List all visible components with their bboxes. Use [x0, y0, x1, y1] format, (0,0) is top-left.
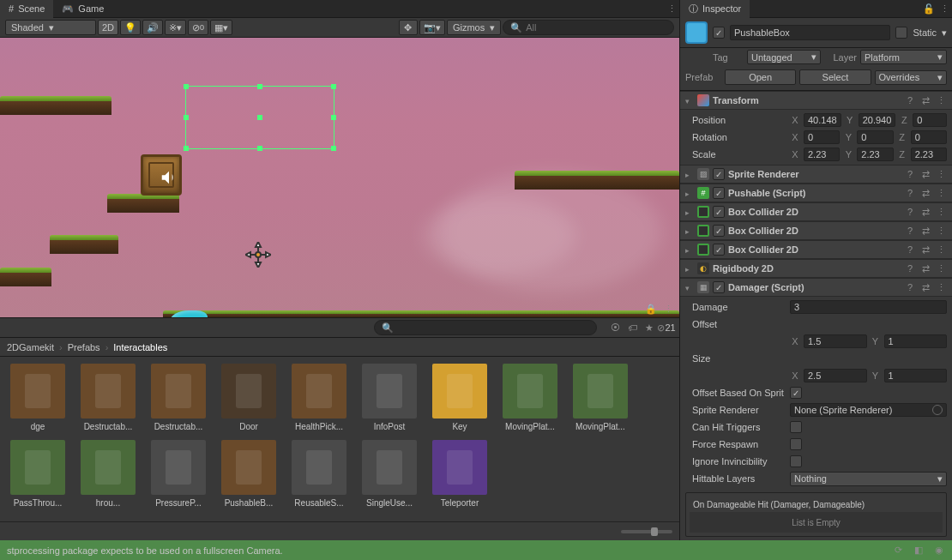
preset-icon[interactable]: ⇄ — [919, 95, 931, 106]
move-gizmo[interactable] — [245, 242, 271, 268]
scene-search[interactable]: 🔍 — [503, 20, 674, 35]
offset-sprite-toggle[interactable] — [790, 387, 802, 399]
panel-context-icon[interactable]: ⋮ — [937, 1, 952, 16]
tag-icon[interactable]: 🏷 — [624, 320, 640, 335]
asset-item[interactable]: HealthPick... — [288, 364, 350, 431]
help-icon[interactable]: ? — [904, 95, 916, 105]
hidden-objects-icon[interactable]: ⊘0 — [188, 20, 208, 35]
project-grid[interactable]: dgeDestructab...Destructab...DoorHealthP… — [0, 357, 679, 521]
enable-toggle[interactable] — [713, 187, 725, 199]
asset-item[interactable]: MovingPlat... — [569, 364, 631, 431]
tag-dropdown[interactable]: Untagged▾ — [747, 50, 821, 64]
tab-game[interactable]: 🎮 Game — [53, 0, 112, 18]
object-picker-icon[interactable] — [932, 405, 943, 415]
prefab-select-button[interactable]: Select — [799, 69, 871, 85]
tool-handle-icon[interactable]: ✥ — [399, 20, 418, 35]
offset-y-field[interactable]: 1 — [884, 334, 948, 348]
progress-icon[interactable]: ◉ — [931, 542, 947, 557]
object-name-field[interactable]: PushableBox — [730, 25, 890, 40]
cache-icon[interactable]: ◧ — [911, 542, 926, 557]
active-toggle[interactable] — [713, 27, 725, 39]
lock-icon[interactable]: 🔓 — [921, 1, 937, 16]
asset-item[interactable]: Destructab... — [148, 364, 209, 431]
selection-rectangle[interactable] — [185, 86, 334, 149]
component-damager-header[interactable]: ▦ Damager (Script) ?⇄⋮ — [680, 278, 952, 297]
size-y-field[interactable]: 1 — [884, 369, 948, 382]
mode-2d-button[interactable]: 2D — [98, 20, 118, 35]
size-x-field[interactable]: 2.5 — [804, 369, 867, 382]
rot-z-field[interactable]: 0 — [911, 130, 947, 144]
lighting-icon[interactable]: 💡 — [120, 20, 141, 35]
asset-item[interactable]: Teleporter — [429, 440, 491, 508]
audio-gizmo-icon[interactable] — [160, 168, 178, 187]
pos-z-field[interactable]: 0 — [913, 113, 947, 127]
project-search-input[interactable] — [394, 322, 589, 333]
star-icon[interactable]: ★ — [642, 320, 657, 335]
tab-inspector[interactable]: ⓘ Inspector — [680, 0, 750, 18]
can-hit-triggers-toggle[interactable] — [790, 421, 802, 433]
enable-toggle[interactable] — [713, 168, 725, 180]
project-search[interactable]: 🔍 — [374, 320, 597, 335]
filter-icon[interactable]: ⦿ — [607, 320, 623, 335]
sprite-renderer-field[interactable]: None (Sprite Renderer) — [790, 403, 947, 417]
lock-icon[interactable]: 🔒 — [643, 301, 659, 316]
component-pushable-header[interactable]: # Pushable (Script) ?⇄⋮ — [680, 184, 952, 202]
pos-x-field[interactable]: 40.148 — [804, 113, 841, 127]
asset-item[interactable]: SingleUse... — [359, 440, 420, 508]
asset-item[interactable]: Destructab... — [77, 364, 139, 431]
enable-toggle[interactable] — [713, 225, 725, 237]
prefab-open-button[interactable]: Open — [725, 69, 796, 85]
enable-toggle[interactable] — [713, 281, 725, 293]
enable-toggle[interactable] — [713, 244, 725, 256]
tab-scene[interactable]: # Scene — [0, 0, 53, 18]
asset-item[interactable]: PassThrou... — [7, 440, 69, 508]
hittable-layers-dropdown[interactable]: Nothing▾ — [790, 472, 947, 486]
crumb-prefabs[interactable]: Prefabs — [68, 342, 100, 352]
scale-y-field[interactable]: 2.23 — [857, 148, 893, 161]
component-rigidbody-header[interactable]: ◐ Rigidbody 2D ?⇄⋮ — [680, 259, 952, 278]
ignore-invincibility-toggle[interactable] — [790, 455, 802, 467]
asset-item[interactable]: Key — [429, 364, 491, 431]
pos-y-field[interactable]: 20.940 — [859, 113, 896, 127]
asset-item[interactable]: InfoPost — [359, 364, 420, 431]
static-toggle[interactable] — [895, 27, 907, 39]
shading-dropdown[interactable]: Shaded ▾ — [5, 20, 96, 35]
prefab-overrides-dropdown[interactable]: Overrides▾ — [875, 70, 947, 85]
asset-item[interactable]: PressureP... — [148, 440, 209, 508]
audio-icon[interactable]: 🔊 — [142, 20, 163, 35]
rot-y-field[interactable]: 0 — [857, 130, 893, 144]
component-box-collider-header[interactable]: Box Collider 2D ?⇄⋮ — [680, 240, 952, 259]
damage-field[interactable]: 3 — [790, 300, 947, 314]
tab-context-icon[interactable]: ⋮ — [664, 1, 679, 16]
component-box-collider-header[interactable]: Box Collider 2D ?⇄⋮ — [680, 202, 952, 221]
force-respawn-toggle[interactable] — [790, 438, 802, 450]
crumb-current[interactable]: Interactables — [113, 342, 167, 352]
gizmos-dropdown[interactable]: Gizmos ▾ — [447, 20, 501, 35]
layer-dropdown[interactable]: Platform▾ — [860, 50, 947, 64]
context-icon[interactable]: ⋮ — [935, 95, 947, 106]
rot-x-field[interactable]: 0 — [804, 130, 840, 144]
offset-x-field[interactable]: 1.5 — [804, 334, 867, 348]
thumbnail-size-slider[interactable] — [621, 530, 672, 533]
component-box-collider-header[interactable]: Box Collider 2D ?⇄⋮ — [680, 221, 952, 240]
scene-search-input[interactable] — [526, 22, 666, 33]
chevron-down-icon[interactable]: ▾ — [942, 27, 947, 39]
scene-viewport[interactable] — [0, 38, 679, 317]
grid-dropdown[interactable]: ▦▾ — [210, 20, 232, 35]
panel-context-icon[interactable]: ⋮ — [660, 301, 676, 316]
camera-dropdown[interactable]: 📷▾ — [419, 20, 445, 35]
autosave-icon[interactable]: ⟳ — [890, 542, 906, 557]
crumb-root[interactable]: 2DGamekit — [7, 342, 54, 352]
scale-z-field[interactable]: 2.23 — [911, 148, 947, 161]
hidden-count-icon[interactable]: ⊘21 — [659, 320, 674, 335]
asset-item[interactable]: Door — [218, 364, 280, 431]
asset-item[interactable]: dge — [7, 364, 69, 431]
enable-toggle[interactable] — [713, 206, 725, 218]
asset-item[interactable]: PushableB... — [218, 440, 280, 508]
component-sprite-renderer-header[interactable]: ▨ Sprite Renderer ?⇄⋮ — [680, 165, 952, 184]
scale-x-field[interactable]: 2.23 — [804, 148, 840, 161]
fx-dropdown[interactable]: ※▾ — [165, 20, 186, 35]
asset-item[interactable]: ReusableS... — [288, 440, 350, 508]
component-transform-header[interactable]: Transform ? ⇄ ⋮ — [680, 91, 952, 110]
asset-item[interactable]: hrou... — [77, 440, 139, 508]
